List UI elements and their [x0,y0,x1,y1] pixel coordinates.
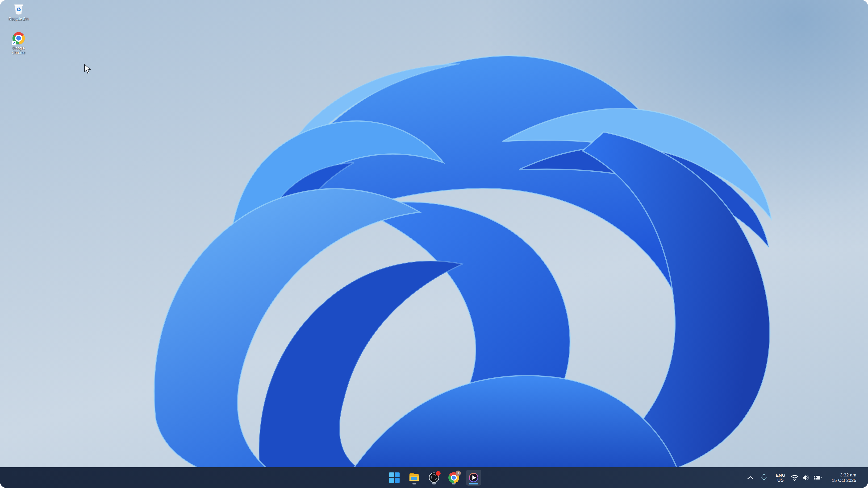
taskbar-obs-button[interactable] [427,469,441,486]
chrome-icon: ↗ [12,32,25,45]
taskbar: J [0,467,868,488]
wifi-icon [790,474,799,481]
wallpaper-bloom-image [0,0,868,488]
shortcut-arrow-icon: ↗ [12,41,16,45]
desktop-icon-label: Recycle Bin [9,17,29,21]
recording-badge [436,471,441,476]
desktop-icon-recycle-bin[interactable]: ♻ Recycle Bin [3,2,34,21]
taskbar-file-explorer-button[interactable] [407,469,422,486]
taskbar-chrome-button[interactable]: J [446,469,461,486]
desktop-screen: ♻ Recycle Bin ↗ Google Chrome [0,0,868,488]
clock-date: 15 Oct 2025 [832,478,856,483]
file-explorer-icon [409,473,420,483]
running-indicator [412,483,416,484]
svg-text:♻: ♻ [16,6,21,13]
windows-logo-icon [389,473,400,483]
recycle-bin-icon: ♻ [12,2,25,15]
clock-time: 3:32 am [840,472,856,478]
taskbar-center-apps: J [387,467,481,488]
start-button[interactable] [387,469,402,486]
microphone-icon [761,474,767,481]
media-player-icon [468,472,479,483]
desktop-icon-label: Google Chrome [12,46,26,55]
language-region: US [777,478,783,483]
active-window-indicator [469,483,478,484]
running-indicator [452,483,456,484]
profile-badge: J [456,470,461,476]
chevron-up-icon [747,476,753,480]
tray-microphone-button[interactable] [758,472,769,483]
quick-settings-button[interactable] [790,474,823,481]
running-indicator [432,483,436,484]
language-code: ENG [776,473,785,478]
taskbar-media-player-button[interactable] [466,469,481,486]
desktop-icon-google-chrome[interactable]: ↗ Google Chrome [3,32,34,55]
volume-icon [802,474,810,481]
system-tray: ENG US [745,467,868,488]
tray-clock-button[interactable]: 3:32 am 15 Oct 2025 [825,472,856,483]
tray-overflow-button[interactable] [745,472,756,483]
desktop-icon-grid: ♻ Recycle Bin ↗ Google Chrome [3,2,34,65]
tray-language-button[interactable]: ENG US [773,473,788,483]
battery-charging-icon [813,475,822,481]
mouse-cursor [84,64,91,74]
